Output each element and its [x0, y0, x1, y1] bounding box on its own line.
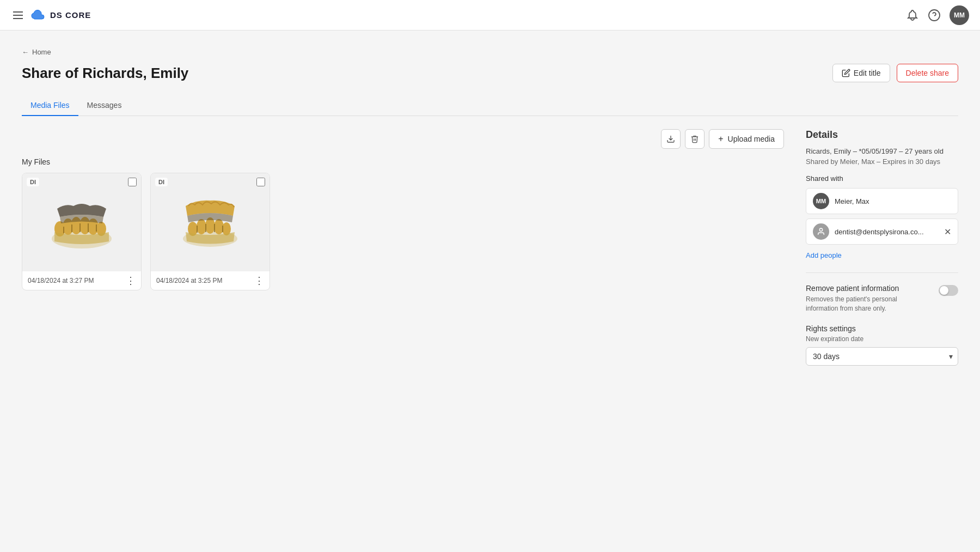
person-avatar: MM: [813, 193, 829, 209]
file-checkbox[interactable]: [256, 178, 265, 186]
page-content: ← Home Share of Richards, Emily Edit tit…: [0, 31, 980, 552]
upload-media-button[interactable]: + Upload media: [709, 129, 784, 149]
download-icon: [666, 135, 675, 143]
app-logo: DS CORE: [30, 8, 91, 23]
breadcrumb[interactable]: ← Home: [22, 48, 958, 56]
shared-list: MM Meier, Max dentist@dentsplysirona.co.…: [806, 188, 958, 245]
page-header: Share of Richards, Emily Edit title Dele…: [22, 64, 958, 82]
file-footer: 04/18/2024 at 3:27 PM ⋮: [22, 271, 141, 290]
section-divider: [806, 272, 958, 273]
files-toolbar: + Upload media: [22, 129, 784, 149]
app-header: DS CORE MM: [0, 0, 980, 31]
file-checkbox[interactable]: [128, 178, 137, 186]
setting-text: Remove patient information Removes the p…: [806, 284, 915, 313]
edit-title-button[interactable]: Edit title: [832, 64, 890, 82]
delete-button[interactable]: [685, 129, 705, 149]
notification-icon[interactable]: [906, 9, 919, 22]
dental-model-image-2: [172, 184, 248, 260]
back-arrow-icon: ←: [22, 48, 29, 56]
file-date: 04/18/2024 at 3:27 PM: [28, 277, 94, 284]
file-preview: DI: [151, 173, 270, 271]
details-panel: Details Ricards, Emily – *05/05/1997 – 2…: [806, 129, 958, 366]
person-avatar: [813, 223, 829, 240]
remove-patient-desc: Removes the patient's personal informati…: [806, 295, 915, 313]
menu-button[interactable]: [11, 9, 25, 21]
expiry-select-wrapper: 30 days 7 days 14 days 60 days 90 days N…: [806, 347, 958, 366]
shared-person-item: dentist@dentsplysirona.co... ✕: [806, 219, 958, 245]
files-section: + Upload media My Files DI: [22, 129, 784, 366]
download-button[interactable]: [661, 129, 681, 149]
user-avatar[interactable]: MM: [950, 5, 969, 25]
remove-patient-label: Remove patient information: [806, 284, 915, 293]
help-icon[interactable]: [928, 9, 941, 22]
remove-person-button[interactable]: ✕: [944, 227, 951, 237]
trash-icon: [690, 135, 699, 143]
delete-share-button[interactable]: Delete share: [897, 64, 958, 82]
file-card: DI: [22, 173, 142, 290]
person-email: dentist@dentsplysirona.co...: [835, 228, 939, 236]
shared-with-label: Shared with: [806, 174, 958, 183]
my-files-section: My Files DI: [22, 157, 784, 290]
file-card: DI: [150, 173, 270, 290]
svg-point-23: [819, 228, 822, 231]
files-grid: DI: [22, 173, 784, 290]
file-menu-button[interactable]: ⋮: [126, 276, 136, 286]
person-name: Meier, Max: [835, 197, 951, 205]
shared-person-item: MM Meier, Max: [806, 188, 958, 214]
person-icon: [817, 227, 825, 236]
remove-patient-toggle[interactable]: [939, 285, 958, 296]
tabs-bar: Media Files Messages: [22, 95, 958, 116]
dental-model-image: [44, 184, 120, 260]
expiry-select[interactable]: 30 days 7 days 14 days 60 days 90 days N…: [806, 347, 958, 366]
svg-point-15: [197, 219, 206, 234]
logo-icon: [30, 8, 46, 23]
shared-by-info: Shared by Meier, Max – Expires in 30 day…: [806, 157, 958, 166]
details-title: Details: [806, 129, 958, 141]
header-left: DS CORE: [11, 8, 91, 23]
rights-settings: Rights settings New expiration date 30 d…: [806, 324, 958, 366]
file-footer: 04/18/2024 at 3:25 PM ⋮: [151, 271, 270, 290]
tab-media-files[interactable]: Media Files: [22, 95, 78, 116]
page-actions: Edit title Delete share: [832, 64, 958, 82]
file-preview: DI: [22, 173, 141, 271]
app-name: DS CORE: [50, 10, 91, 20]
file-menu-button[interactable]: ⋮: [254, 276, 264, 286]
page-title: Share of Richards, Emily: [22, 65, 188, 82]
content-area: + Upload media My Files DI: [22, 129, 958, 366]
file-badge: DI: [155, 178, 168, 186]
remove-patient-info-setting: Remove patient information Removes the p…: [806, 284, 958, 313]
expiry-label: New expiration date: [806, 335, 958, 343]
header-right: MM: [906, 5, 969, 25]
add-people-link[interactable]: Add people: [806, 251, 958, 259]
main-layout: ← Home Share of Richards, Emily Edit tit…: [0, 31, 980, 552]
rights-title: Rights settings: [806, 324, 958, 333]
tab-messages[interactable]: Messages: [78, 95, 131, 116]
breadcrumb-label: Home: [32, 48, 51, 56]
patient-info: Ricards, Emily – *05/05/1997 – 27 years …: [806, 147, 958, 155]
section-label: My Files: [22, 157, 784, 166]
toggle-knob: [940, 286, 948, 295]
pencil-icon: [842, 69, 850, 77]
svg-point-0: [929, 10, 940, 21]
file-date: 04/18/2024 at 3:25 PM: [156, 277, 222, 284]
plus-icon: +: [718, 134, 723, 144]
file-badge: DI: [27, 178, 39, 186]
